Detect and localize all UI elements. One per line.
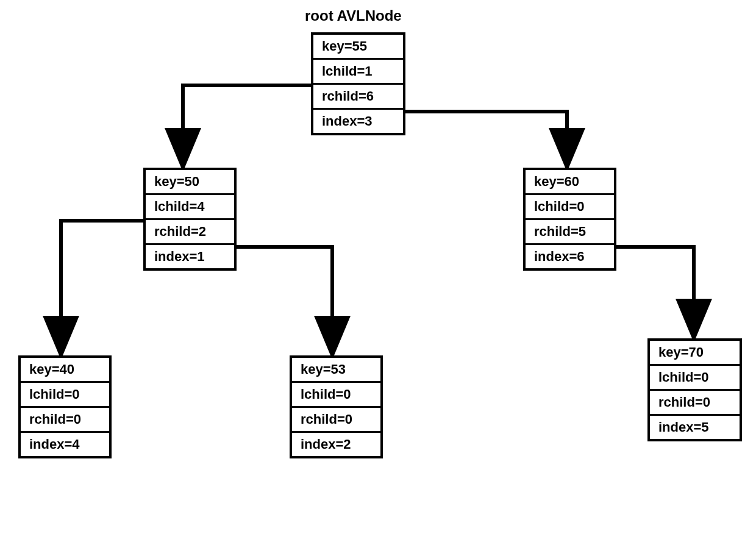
node-40-rchild: rchild=0 [21,408,109,433]
edge-50-right [236,247,332,352]
node-53-lchild: lchild=0 [292,383,380,408]
node-70-key: key=70 [650,341,740,366]
node-root-rchild: rchild=6 [313,85,403,110]
edge-root-right [405,112,567,165]
node-70: key=70 lchild=0 rchild=0 index=5 [647,338,742,441]
node-50-lchild: lchild=4 [146,195,234,220]
node-60-rchild: rchild=5 [526,220,614,245]
node-60-index: index=6 [526,245,614,268]
edge-root-left [183,85,311,165]
node-60: key=60 lchild=0 rchild=5 index=6 [523,168,616,271]
node-60-lchild: lchild=0 [526,195,614,220]
node-50-rchild: rchild=2 [146,220,234,245]
edge-50-left [61,221,143,352]
node-50: key=50 lchild=4 rchild=2 index=1 [143,168,237,271]
node-70-rchild: rchild=0 [650,391,740,416]
node-root-key: key=55 [313,35,403,60]
node-40-index: index=4 [21,433,109,456]
node-40: key=40 lchild=0 rchild=0 index=4 [18,355,112,458]
node-53: key=53 lchild=0 rchild=0 index=2 [290,355,383,458]
node-50-key: key=50 [146,170,234,195]
node-root: key=55 lchild=1 rchild=6 index=3 [311,32,405,135]
edge-60-right [616,247,694,335]
node-50-index: index=1 [146,245,234,268]
node-70-lchild: lchild=0 [650,366,740,391]
node-60-key: key=60 [526,170,614,195]
node-40-key: key=40 [21,358,109,383]
node-40-lchild: lchild=0 [21,383,109,408]
node-53-key: key=53 [292,358,380,383]
node-53-index: index=2 [292,433,380,456]
node-root-lchild: lchild=1 [313,60,403,85]
diagram-title: root AVLNode [305,7,402,24]
node-70-index: index=5 [650,416,740,439]
node-53-rchild: rchild=0 [292,408,380,433]
node-root-index: index=3 [313,110,403,133]
